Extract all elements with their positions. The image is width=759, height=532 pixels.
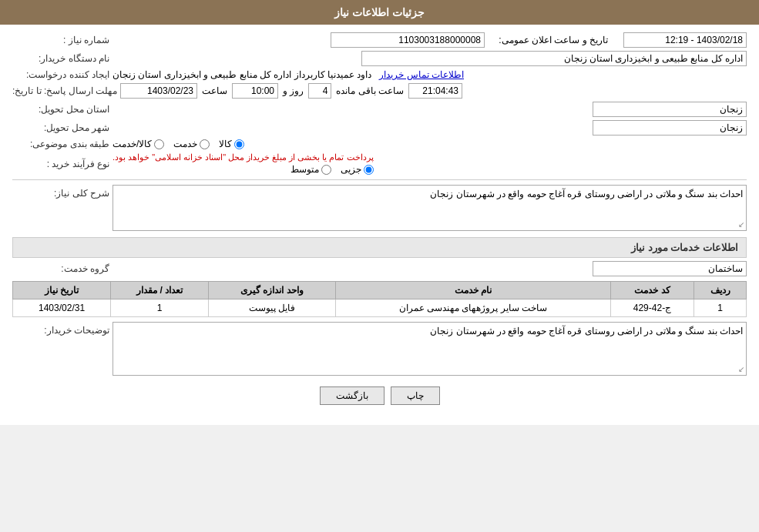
col-header-row-num: ردیف: [694, 282, 747, 299]
button-row: چاپ بازگشت: [12, 379, 747, 417]
general-desc-value: احداث بند سنگ و ملاتی در اراضی روستای قر…: [430, 189, 743, 199]
delivery-city-input[interactable]: [593, 120, 747, 136]
delivery-province-label: استان محل تحویل:: [12, 104, 113, 115]
creator-contact-link[interactable]: اطلاعات تماس خریدار: [379, 69, 464, 80]
buyer-desc-resize-handle[interactable]: ↙: [738, 365, 744, 373]
resize-handle[interactable]: ↙: [738, 220, 744, 229]
announcement-value-input[interactable]: [623, 32, 747, 48]
cell-service_code: ج-42-429: [610, 299, 694, 317]
col-header-service-name: نام خدمت: [335, 282, 610, 299]
process-jozi-option[interactable]: جزیی: [341, 164, 374, 175]
back-button[interactable]: بازگشت: [320, 386, 385, 405]
services-table: ردیف کد خدمت نام خدمت واحد اندازه گیری ت…: [12, 281, 747, 317]
buyer-desc-value: احداث بند سنگ و ملاتی در اراضی روستای قر…: [430, 326, 743, 336]
general-desc-container: احداث بند سنگ و ملاتی در اراضی روستای قر…: [113, 185, 747, 231]
deadline-time-input[interactable]: [232, 83, 278, 99]
cell-row_num: 1: [694, 299, 747, 317]
divider-1: [12, 179, 747, 180]
col-header-date: تاریخ نیاز: [13, 282, 111, 299]
col-header-unit: واحد اندازه گیری: [209, 282, 336, 299]
process-description: پرداخت تمام یا بخشی از مبلغ خریداز محل "…: [113, 152, 374, 162]
need-number-input[interactable]: [331, 32, 485, 48]
announcement-label: تاریخ و ساعت اعلان عمومی:: [499, 35, 608, 45]
creator-value: داود عمیدنیا کاربرداز اداره کل منابع طبی…: [113, 69, 371, 80]
category-label: طبقه بندی موضوعی:: [12, 139, 113, 149]
col-header-service-code: کد خدمت: [610, 282, 694, 299]
deadline-label: مهلت ارسال پاسخ: تا تاریخ:: [12, 85, 120, 96]
buyer-org-label: نام دستگاه خریدار:: [12, 53, 113, 64]
page-header: جزئیات اطلاعات نیاز: [0, 0, 759, 25]
print-button[interactable]: چاپ: [391, 386, 440, 405]
page-title: جزئیات اطلاعات نیاز: [334, 6, 425, 18]
process-motovaset-option[interactable]: متوسط: [291, 164, 331, 175]
deadline-remaining-label: ساعت باقی مانده: [336, 85, 404, 96]
category-khedmat-option[interactable]: خدمت: [173, 139, 210, 149]
cell-count: 1: [111, 299, 209, 317]
delivery-province-input[interactable]: [593, 102, 747, 117]
table-row: 1ج-42-429ساخت سایر پروژههای مهندسی عمران…: [13, 299, 747, 317]
category-kala-option[interactable]: کالا: [219, 139, 244, 149]
col-header-count: تعداد / مقدار: [111, 282, 209, 299]
deadline-days-input[interactable]: [308, 83, 331, 99]
deadline-days-label: روز و: [283, 85, 304, 96]
need-number-label: شماره نیاز :: [12, 35, 113, 45]
service-group-input[interactable]: [593, 261, 747, 276]
cell-date: 1403/02/31: [13, 299, 111, 317]
deadline-time-label: ساعت: [202, 85, 227, 96]
services-info-header: اطلاعات خدمات مورد نیاز: [12, 237, 747, 258]
creator-label: ایجاد کننده درخواست:: [12, 69, 113, 80]
buyer-org-input[interactable]: [361, 51, 747, 66]
cell-unit: فایل پیوست: [209, 299, 336, 317]
deadline-date-input[interactable]: [120, 83, 197, 99]
buyer-desc-container: احداث بند سنگ و ملاتی در اراضی روستای قر…: [113, 322, 747, 376]
delivery-city-label: شهر محل تحویل:: [12, 122, 113, 133]
general-desc-label: شرح کلی نیاز:: [12, 185, 113, 199]
buyer-desc-label: توضیحات خریدار:: [12, 322, 113, 336]
deadline-remaining-input[interactable]: [408, 83, 462, 99]
cell-service_name: ساخت سایر پروژههای مهندسی عمران: [335, 299, 610, 317]
category-kala-khedmat-option[interactable]: کالا/خدمت: [113, 139, 164, 149]
service-group-label: گروه خدمت:: [12, 263, 113, 274]
process-label: نوع فرآیند خرید :: [12, 159, 113, 169]
